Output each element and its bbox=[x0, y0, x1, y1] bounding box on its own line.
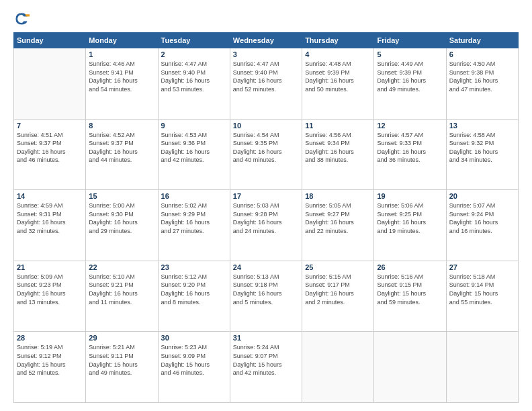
day-info: Sunrise: 5:18 AM Sunset: 9:14 PM Dayligh… bbox=[449, 273, 515, 306]
day-info: Sunrise: 5:21 AM Sunset: 9:11 PM Dayligh… bbox=[89, 343, 154, 377]
calendar-cell: 3Sunrise: 4:47 AM Sunset: 9:40 PM Daylig… bbox=[230, 48, 302, 120]
day-info: Sunrise: 5:19 AM Sunset: 9:12 PM Dayligh… bbox=[17, 343, 83, 377]
calendar-cell: 18Sunrise: 5:05 AM Sunset: 9:27 PM Dayli… bbox=[302, 190, 374, 261]
calendar-cell: 10Sunrise: 4:54 AM Sunset: 9:35 PM Dayli… bbox=[230, 119, 302, 190]
day-info: Sunrise: 4:56 AM Sunset: 9:34 PM Dayligh… bbox=[305, 131, 371, 165]
day-number: 15 bbox=[89, 192, 154, 200]
weekday-header-thursday: Thursday bbox=[302, 33, 374, 48]
day-number: 23 bbox=[161, 263, 227, 271]
week-row-5: 28Sunrise: 5:19 AM Sunset: 9:12 PM Dayli… bbox=[14, 332, 519, 403]
day-number: 17 bbox=[233, 192, 299, 200]
day-number: 4 bbox=[305, 50, 371, 58]
header bbox=[13, 11, 519, 27]
calendar-cell: 14Sunrise: 4:59 AM Sunset: 9:31 PM Dayli… bbox=[14, 190, 86, 261]
day-number: 2 bbox=[161, 50, 227, 58]
day-info: Sunrise: 5:24 AM Sunset: 9:07 PM Dayligh… bbox=[233, 343, 299, 377]
calendar-cell: 8Sunrise: 4:52 AM Sunset: 9:37 PM Daylig… bbox=[86, 119, 158, 190]
day-info: Sunrise: 4:58 AM Sunset: 9:32 PM Dayligh… bbox=[449, 131, 515, 165]
day-number: 16 bbox=[161, 192, 227, 200]
day-info: Sunrise: 5:09 AM Sunset: 9:23 PM Dayligh… bbox=[17, 273, 83, 306]
day-number: 20 bbox=[449, 192, 515, 200]
calendar-cell: 23Sunrise: 5:12 AM Sunset: 9:20 PM Dayli… bbox=[158, 261, 230, 332]
day-number: 19 bbox=[377, 192, 443, 200]
weekday-header-monday: Monday bbox=[86, 33, 158, 48]
week-row-4: 21Sunrise: 5:09 AM Sunset: 9:23 PM Dayli… bbox=[14, 261, 519, 332]
calendar-cell: 4Sunrise: 4:48 AM Sunset: 9:39 PM Daylig… bbox=[302, 48, 374, 120]
logo-icon bbox=[13, 11, 30, 27]
day-number: 24 bbox=[233, 263, 299, 271]
day-info: Sunrise: 4:59 AM Sunset: 9:31 PM Dayligh… bbox=[17, 201, 83, 235]
calendar-table: SundayMondayTuesdayWednesdayThursdayFrid… bbox=[13, 32, 519, 403]
day-info: Sunrise: 5:13 AM Sunset: 9:18 PM Dayligh… bbox=[233, 273, 299, 306]
day-info: Sunrise: 5:05 AM Sunset: 9:27 PM Dayligh… bbox=[305, 201, 371, 235]
calendar-cell bbox=[302, 332, 374, 403]
day-number: 11 bbox=[305, 122, 371, 130]
calendar-cell: 1Sunrise: 4:46 AM Sunset: 9:41 PM Daylig… bbox=[86, 48, 158, 120]
calendar-cell: 29Sunrise: 5:21 AM Sunset: 9:11 PM Dayli… bbox=[86, 332, 158, 403]
calendar-cell: 25Sunrise: 5:15 AM Sunset: 9:17 PM Dayli… bbox=[302, 261, 374, 332]
day-info: Sunrise: 5:23 AM Sunset: 9:09 PM Dayligh… bbox=[161, 343, 227, 377]
day-number: 25 bbox=[305, 263, 371, 271]
day-info: Sunrise: 5:15 AM Sunset: 9:17 PM Dayligh… bbox=[305, 273, 371, 306]
day-info: Sunrise: 5:00 AM Sunset: 9:30 PM Dayligh… bbox=[89, 201, 154, 235]
day-number: 26 bbox=[377, 263, 443, 271]
day-number: 13 bbox=[449, 122, 515, 130]
day-info: Sunrise: 4:48 AM Sunset: 9:39 PM Dayligh… bbox=[305, 60, 371, 93]
week-row-3: 14Sunrise: 4:59 AM Sunset: 9:31 PM Dayli… bbox=[14, 190, 519, 261]
logo bbox=[13, 11, 32, 27]
day-number: 8 bbox=[89, 122, 154, 130]
day-info: Sunrise: 4:54 AM Sunset: 9:35 PM Dayligh… bbox=[233, 131, 299, 165]
day-info: Sunrise: 5:12 AM Sunset: 9:20 PM Dayligh… bbox=[161, 273, 227, 306]
day-number: 27 bbox=[449, 263, 515, 271]
calendar-cell: 17Sunrise: 5:03 AM Sunset: 9:28 PM Dayli… bbox=[230, 190, 302, 261]
weekday-header-wednesday: Wednesday bbox=[230, 33, 302, 48]
day-info: Sunrise: 5:10 AM Sunset: 9:21 PM Dayligh… bbox=[89, 273, 154, 306]
day-info: Sunrise: 4:47 AM Sunset: 9:40 PM Dayligh… bbox=[233, 60, 299, 93]
week-row-1: 1Sunrise: 4:46 AM Sunset: 9:41 PM Daylig… bbox=[14, 48, 519, 120]
day-info: Sunrise: 4:47 AM Sunset: 9:40 PM Dayligh… bbox=[161, 60, 227, 93]
calendar-cell: 30Sunrise: 5:23 AM Sunset: 9:09 PM Dayli… bbox=[158, 332, 230, 403]
week-row-2: 7Sunrise: 4:51 AM Sunset: 9:37 PM Daylig… bbox=[14, 119, 519, 190]
calendar-cell: 13Sunrise: 4:58 AM Sunset: 9:32 PM Dayli… bbox=[446, 119, 518, 190]
day-number: 14 bbox=[17, 192, 83, 200]
calendar-cell: 27Sunrise: 5:18 AM Sunset: 9:14 PM Dayli… bbox=[446, 261, 518, 332]
calendar-cell: 31Sunrise: 5:24 AM Sunset: 9:07 PM Dayli… bbox=[230, 332, 302, 403]
day-number: 31 bbox=[233, 334, 299, 342]
calendar-cell: 6Sunrise: 4:50 AM Sunset: 9:38 PM Daylig… bbox=[446, 48, 518, 120]
calendar-cell: 11Sunrise: 4:56 AM Sunset: 9:34 PM Dayli… bbox=[302, 119, 374, 190]
calendar-cell: 20Sunrise: 5:07 AM Sunset: 9:24 PM Dayli… bbox=[446, 190, 518, 261]
day-info: Sunrise: 4:46 AM Sunset: 9:41 PM Dayligh… bbox=[89, 60, 154, 93]
day-number: 22 bbox=[89, 263, 154, 271]
calendar-page: SundayMondayTuesdayWednesdayThursdayFrid… bbox=[0, 0, 532, 411]
day-info: Sunrise: 5:16 AM Sunset: 9:15 PM Dayligh… bbox=[377, 273, 443, 306]
calendar-cell bbox=[14, 48, 86, 120]
day-number: 3 bbox=[233, 50, 299, 58]
calendar-cell: 2Sunrise: 4:47 AM Sunset: 9:40 PM Daylig… bbox=[158, 48, 230, 120]
day-number: 7 bbox=[17, 122, 83, 130]
day-info: Sunrise: 4:53 AM Sunset: 9:36 PM Dayligh… bbox=[161, 131, 227, 165]
day-info: Sunrise: 5:07 AM Sunset: 9:24 PM Dayligh… bbox=[449, 201, 515, 235]
day-number: 30 bbox=[161, 334, 227, 342]
calendar-cell: 19Sunrise: 5:06 AM Sunset: 9:25 PM Dayli… bbox=[374, 190, 446, 261]
day-number: 29 bbox=[89, 334, 154, 342]
weekday-header-friday: Friday bbox=[374, 33, 446, 48]
day-info: Sunrise: 4:57 AM Sunset: 9:33 PM Dayligh… bbox=[377, 131, 443, 165]
day-number: 9 bbox=[161, 122, 227, 130]
day-info: Sunrise: 5:03 AM Sunset: 9:28 PM Dayligh… bbox=[233, 201, 299, 235]
weekday-header-sunday: Sunday bbox=[14, 33, 86, 48]
weekday-header-saturday: Saturday bbox=[446, 33, 518, 48]
calendar-cell: 22Sunrise: 5:10 AM Sunset: 9:21 PM Dayli… bbox=[86, 261, 158, 332]
day-number: 21 bbox=[17, 263, 83, 271]
day-info: Sunrise: 4:49 AM Sunset: 9:39 PM Dayligh… bbox=[377, 60, 443, 93]
day-number: 10 bbox=[233, 122, 299, 130]
weekday-header-tuesday: Tuesday bbox=[158, 33, 230, 48]
calendar-cell: 26Sunrise: 5:16 AM Sunset: 9:15 PM Dayli… bbox=[374, 261, 446, 332]
calendar-cell: 24Sunrise: 5:13 AM Sunset: 9:18 PM Dayli… bbox=[230, 261, 302, 332]
calendar-cell: 16Sunrise: 5:02 AM Sunset: 9:29 PM Dayli… bbox=[158, 190, 230, 261]
day-info: Sunrise: 5:02 AM Sunset: 9:29 PM Dayligh… bbox=[161, 201, 227, 235]
day-number: 12 bbox=[377, 122, 443, 130]
day-number: 6 bbox=[449, 50, 515, 58]
calendar-cell: 28Sunrise: 5:19 AM Sunset: 9:12 PM Dayli… bbox=[14, 332, 86, 403]
day-number: 28 bbox=[17, 334, 83, 342]
day-info: Sunrise: 5:06 AM Sunset: 9:25 PM Dayligh… bbox=[377, 201, 443, 235]
